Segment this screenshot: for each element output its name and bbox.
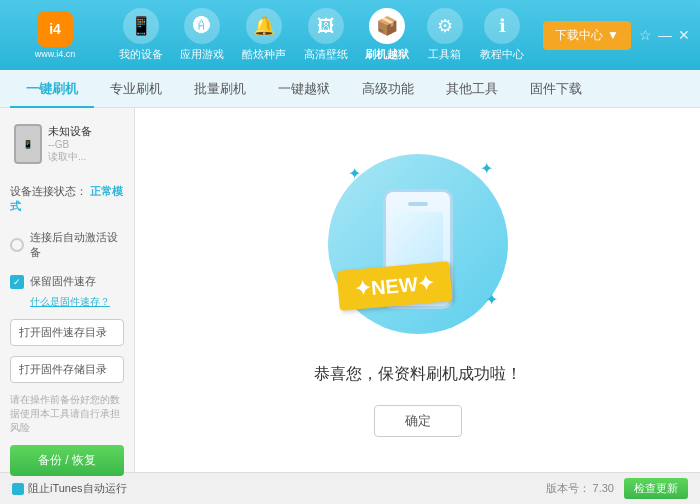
backup-restore-btn[interactable]: 备份 / 恢复 (10, 445, 124, 476)
auto-activate-radio[interactable] (10, 238, 24, 252)
phone-speaker (408, 202, 428, 206)
subnav-one-click-flash[interactable]: 一键刷机 (10, 70, 94, 108)
download-arrow-icon: ▼ (607, 28, 619, 42)
auto-activate-row: 连接后自动激活设备 (10, 228, 124, 262)
open-current-dir-btn[interactable]: 打开固件存储目录 (10, 356, 124, 383)
device-text: 未知设备 --GB 读取中... (48, 124, 92, 164)
settings-icon[interactable]: ☆ (639, 27, 652, 43)
device-info: 📱 未知设备 --GB 读取中... (10, 118, 124, 170)
subnav-batch-flash[interactable]: 批量刷机 (178, 70, 262, 108)
itunes-checkbox[interactable] (12, 483, 24, 495)
app-games-icon: 🅐 (184, 8, 220, 44)
confirm-btn[interactable]: 确定 (374, 405, 462, 437)
tutorial-icon: ℹ (484, 8, 520, 44)
logo-area: i4 www.i4.cn (10, 11, 100, 59)
success-text: 恭喜您，保资料刷机成功啦！ (314, 364, 522, 385)
content-area: ✦NEW✦ ✦ ✦ ✦ 恭喜您，保资料刷机成功啦！ 确定 (135, 108, 700, 472)
ringtones-icon: 🔔 (246, 8, 282, 44)
footer: 阻止iTunes自动运行 版本号： 7.30 检查更新 (0, 472, 700, 504)
sidebar: 📱 未知设备 --GB 读取中... 设备连接状态： 正常模式 连接后自动激活设… (0, 108, 135, 472)
subnav-other-tools[interactable]: 其他工具 (430, 70, 514, 108)
window-controls: ☆ — ✕ (639, 27, 690, 43)
itunes-check-row: 阻止iTunes自动运行 (12, 481, 127, 496)
wallpaper-icon: 🖼 (308, 8, 344, 44)
sparkle-1-icon: ✦ (348, 164, 361, 183)
open-firmware-dir-btn[interactable]: 打开固件速存目录 (10, 319, 124, 346)
device-gb: --GB (48, 139, 92, 150)
my-device-icon: 📱 (123, 8, 159, 44)
header-right: 下载中心 ▼ ☆ — ✕ (543, 21, 690, 50)
subnav-one-click-jailbreak[interactable]: 一键越狱 (262, 70, 346, 108)
flash-icon: 📦 (369, 8, 405, 44)
nav-wallpaper[interactable]: 🖼 高清壁纸 (304, 8, 348, 62)
main-area: 📱 未知设备 --GB 读取中... 设备连接状态： 正常模式 连接后自动激活设… (0, 108, 700, 472)
save-firmware-checkbox[interactable] (10, 275, 24, 289)
header: i4 www.i4.cn 📱 我的设备 🅐 应用游戏 🔔 酷炫种声 🖼 高清壁纸… (0, 0, 700, 70)
download-btn[interactable]: 下载中心 ▼ (543, 21, 631, 50)
nav-app-games[interactable]: 🅐 应用游戏 (180, 8, 224, 62)
footer-right: 版本号： 7.30 检查更新 (546, 478, 688, 499)
save-firmware-section: 保留固件速存 什么是固件速存？ (10, 272, 124, 309)
logo-icon: i4 (37, 11, 73, 47)
minimize-icon[interactable]: — (658, 27, 672, 43)
subnav: 一键刷机 专业刷机 批量刷机 一键越狱 高级功能 其他工具 固件下载 (0, 70, 700, 108)
tools-icon: ⚙ (427, 8, 463, 44)
logo-url: www.i4.cn (35, 49, 76, 59)
warn-text: 请在操作前备份好您的数据使用本工具请自行承担风险 (10, 393, 124, 435)
subnav-firmware-download[interactable]: 固件下载 (514, 70, 598, 108)
nav-flash[interactable]: 📦 刷机越狱 (365, 8, 409, 62)
device-status: 读取中... (48, 150, 92, 164)
version-label: 版本号： 7.30 (546, 481, 614, 496)
subnav-advanced[interactable]: 高级功能 (346, 70, 430, 108)
illustration: ✦NEW✦ ✦ ✦ ✦ (318, 144, 518, 344)
nav-ringtones[interactable]: 🔔 酷炫种声 (242, 8, 286, 62)
nav-my-device[interactable]: 📱 我的设备 (119, 8, 163, 62)
main-nav: 📱 我的设备 🅐 应用游戏 🔔 酷炫种声 🖼 高清壁纸 📦 刷机越狱 ⚙ 工具箱… (100, 8, 543, 62)
sparkle-3-icon: ✦ (485, 290, 498, 309)
subnav-pro-flash[interactable]: 专业刷机 (94, 70, 178, 108)
device-name: 未知设备 (48, 124, 92, 139)
firmware-link[interactable]: 什么是固件速存？ (10, 295, 124, 309)
check-update-btn[interactable]: 检查更新 (624, 478, 688, 499)
sparkle-2-icon: ✦ (480, 159, 493, 178)
connection-status-row: 设备连接状态： 正常模式 (10, 180, 124, 218)
nav-tools[interactable]: ⚙ 工具箱 (427, 8, 463, 62)
close-icon[interactable]: ✕ (678, 27, 690, 43)
nav-tutorial[interactable]: ℹ 教程中心 (480, 8, 524, 62)
save-firmware-row: 保留固件速存 (10, 272, 124, 291)
device-phone-icon: 📱 (14, 124, 42, 164)
